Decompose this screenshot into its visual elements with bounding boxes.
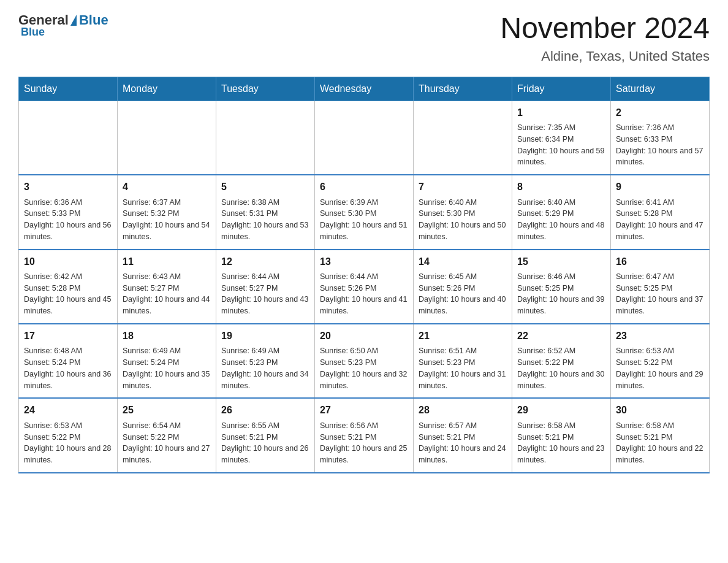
day-info: Sunrise: 6:49 AMSunset: 5:23 PMDaylight:… xyxy=(221,347,308,389)
calendar-cell: 16Sunrise: 6:47 AMSunset: 5:25 PMDayligh… xyxy=(611,250,710,324)
calendar-cell: 12Sunrise: 6:44 AMSunset: 5:27 PMDayligh… xyxy=(216,250,315,324)
day-info: Sunrise: 7:35 AMSunset: 6:34 PMDaylight:… xyxy=(517,123,604,166)
calendar-table: SundayMondayTuesdayWednesdayThursdayFrid… xyxy=(18,77,710,473)
day-number: 3 xyxy=(24,180,112,194)
calendar-cell: 26Sunrise: 6:55 AMSunset: 5:21 PMDayligh… xyxy=(216,398,315,472)
day-number: 11 xyxy=(123,255,211,269)
day-number: 15 xyxy=(517,255,605,269)
calendar-cell: 5Sunrise: 6:38 AMSunset: 5:31 PMDaylight… xyxy=(216,175,315,249)
calendar-week-row-1: 1Sunrise: 7:35 AMSunset: 6:34 PMDaylight… xyxy=(19,101,710,175)
day-info: Sunrise: 6:44 AMSunset: 5:26 PMDaylight:… xyxy=(320,272,407,315)
day-info: Sunrise: 6:38 AMSunset: 5:31 PMDaylight:… xyxy=(221,198,308,241)
day-number: 23 xyxy=(616,329,704,343)
day-info: Sunrise: 6:50 AMSunset: 5:23 PMDaylight:… xyxy=(320,347,407,389)
day-info: Sunrise: 6:55 AMSunset: 5:21 PMDaylight:… xyxy=(221,421,308,464)
calendar-title: November 2024 xyxy=(500,12,710,45)
logo-triangle-icon xyxy=(70,15,77,26)
day-info: Sunrise: 6:37 AMSunset: 5:32 PMDaylight:… xyxy=(123,198,210,241)
day-number: 12 xyxy=(221,255,309,269)
calendar-cell: 8Sunrise: 6:40 AMSunset: 5:29 PMDaylight… xyxy=(512,175,611,249)
calendar-cell: 11Sunrise: 6:43 AMSunset: 5:27 PMDayligh… xyxy=(118,250,216,324)
calendar-cell: 22Sunrise: 6:52 AMSunset: 5:22 PMDayligh… xyxy=(512,324,611,398)
calendar-header-cell-saturday: Saturday xyxy=(611,77,710,101)
day-info: Sunrise: 6:46 AMSunset: 5:25 PMDaylight:… xyxy=(517,272,604,315)
day-info: Sunrise: 6:47 AMSunset: 5:25 PMDaylight:… xyxy=(616,272,703,315)
calendar-cell xyxy=(414,101,512,175)
calendar-subtitle: Aldine, Texas, United States xyxy=(500,48,710,64)
calendar-cell: 15Sunrise: 6:46 AMSunset: 5:25 PMDayligh… xyxy=(512,250,611,324)
day-info: Sunrise: 6:45 AMSunset: 5:26 PMDaylight:… xyxy=(419,272,506,315)
day-info: Sunrise: 6:57 AMSunset: 5:21 PMDaylight:… xyxy=(419,421,506,464)
day-number: 25 xyxy=(123,404,211,417)
calendar-body: 1Sunrise: 7:35 AMSunset: 6:34 PMDaylight… xyxy=(19,101,710,472)
day-info: Sunrise: 6:36 AMSunset: 5:33 PMDaylight:… xyxy=(24,198,111,241)
page-header: General Blue Blue November 2024 Aldine, … xyxy=(18,12,710,64)
calendar-cell: 27Sunrise: 6:56 AMSunset: 5:21 PMDayligh… xyxy=(315,398,414,472)
day-info: Sunrise: 6:58 AMSunset: 5:21 PMDaylight:… xyxy=(616,421,703,464)
day-number: 5 xyxy=(221,180,309,194)
day-info: Sunrise: 6:53 AMSunset: 5:22 PMDaylight:… xyxy=(616,347,703,389)
calendar-cell: 19Sunrise: 6:49 AMSunset: 5:23 PMDayligh… xyxy=(216,324,315,398)
day-number: 30 xyxy=(616,404,704,417)
day-number: 9 xyxy=(616,180,704,194)
day-info: Sunrise: 6:52 AMSunset: 5:22 PMDaylight:… xyxy=(517,347,604,389)
calendar-cell: 28Sunrise: 6:57 AMSunset: 5:21 PMDayligh… xyxy=(414,398,512,472)
calendar-cell: 17Sunrise: 6:48 AMSunset: 5:24 PMDayligh… xyxy=(19,324,118,398)
day-info: Sunrise: 6:54 AMSunset: 5:22 PMDaylight:… xyxy=(123,421,210,464)
day-info: Sunrise: 6:43 AMSunset: 5:27 PMDaylight:… xyxy=(123,272,210,315)
calendar-header-row: SundayMondayTuesdayWednesdayThursdayFrid… xyxy=(19,77,710,101)
calendar-week-row-5: 24Sunrise: 6:53 AMSunset: 5:22 PMDayligh… xyxy=(19,398,710,472)
calendar-cell: 13Sunrise: 6:44 AMSunset: 5:26 PMDayligh… xyxy=(315,250,414,324)
logo-blue-text: Blue xyxy=(79,12,108,28)
day-number: 13 xyxy=(320,255,408,269)
day-number: 17 xyxy=(24,329,112,343)
day-info: Sunrise: 6:51 AMSunset: 5:23 PMDaylight:… xyxy=(419,347,506,389)
calendar-week-row-4: 17Sunrise: 6:48 AMSunset: 5:24 PMDayligh… xyxy=(19,324,710,398)
calendar-cell xyxy=(216,101,315,175)
calendar-cell: 9Sunrise: 6:41 AMSunset: 5:28 PMDaylight… xyxy=(611,175,710,249)
day-info: Sunrise: 6:42 AMSunset: 5:28 PMDaylight:… xyxy=(24,272,111,315)
day-number: 1 xyxy=(517,106,605,120)
calendar-header-cell-sunday: Sunday xyxy=(19,77,118,101)
day-info: Sunrise: 6:40 AMSunset: 5:30 PMDaylight:… xyxy=(419,198,506,241)
calendar-cell: 25Sunrise: 6:54 AMSunset: 5:22 PMDayligh… xyxy=(118,398,216,472)
day-number: 27 xyxy=(320,404,408,417)
calendar-header: SundayMondayTuesdayWednesdayThursdayFrid… xyxy=(19,77,710,101)
calendar-cell xyxy=(19,101,118,175)
day-number: 4 xyxy=(123,180,211,194)
day-info: Sunrise: 6:41 AMSunset: 5:28 PMDaylight:… xyxy=(616,198,703,241)
calendar-header-cell-monday: Monday xyxy=(118,77,216,101)
day-number: 19 xyxy=(221,329,309,343)
day-number: 28 xyxy=(419,404,507,417)
calendar-cell: 29Sunrise: 6:58 AMSunset: 5:21 PMDayligh… xyxy=(512,398,611,472)
day-number: 16 xyxy=(616,255,704,269)
day-info: Sunrise: 6:58 AMSunset: 5:21 PMDaylight:… xyxy=(517,421,604,464)
day-number: 14 xyxy=(419,255,507,269)
calendar-cell: 23Sunrise: 6:53 AMSunset: 5:22 PMDayligh… xyxy=(611,324,710,398)
day-number: 21 xyxy=(419,329,507,343)
calendar-cell xyxy=(118,101,216,175)
calendar-cell: 30Sunrise: 6:58 AMSunset: 5:21 PMDayligh… xyxy=(611,398,710,472)
logo: General Blue Blue xyxy=(18,12,108,39)
calendar-cell xyxy=(315,101,414,175)
day-info: Sunrise: 6:48 AMSunset: 5:24 PMDaylight:… xyxy=(24,347,111,389)
calendar-cell: 6Sunrise: 6:39 AMSunset: 5:30 PMDaylight… xyxy=(315,175,414,249)
day-number: 20 xyxy=(320,329,408,343)
day-number: 29 xyxy=(517,404,605,417)
calendar-header-cell-thursday: Thursday xyxy=(414,77,512,101)
calendar-header-cell-tuesday: Tuesday xyxy=(216,77,315,101)
calendar-week-row-2: 3Sunrise: 6:36 AMSunset: 5:33 PMDaylight… xyxy=(19,175,710,249)
day-number: 18 xyxy=(123,329,211,343)
day-number: 2 xyxy=(616,106,704,120)
day-info: Sunrise: 6:39 AMSunset: 5:30 PMDaylight:… xyxy=(320,198,407,241)
day-number: 24 xyxy=(24,404,112,417)
day-number: 7 xyxy=(419,180,507,194)
title-section: November 2024 Aldine, Texas, United Stat… xyxy=(500,12,710,64)
day-number: 22 xyxy=(517,329,605,343)
calendar-cell: 4Sunrise: 6:37 AMSunset: 5:32 PMDaylight… xyxy=(118,175,216,249)
calendar-cell: 24Sunrise: 6:53 AMSunset: 5:22 PMDayligh… xyxy=(19,398,118,472)
day-info: Sunrise: 6:40 AMSunset: 5:29 PMDaylight:… xyxy=(517,198,604,241)
day-info: Sunrise: 6:49 AMSunset: 5:24 PMDaylight:… xyxy=(123,347,210,389)
day-number: 6 xyxy=(320,180,408,194)
calendar-cell: 3Sunrise: 6:36 AMSunset: 5:33 PMDaylight… xyxy=(19,175,118,249)
